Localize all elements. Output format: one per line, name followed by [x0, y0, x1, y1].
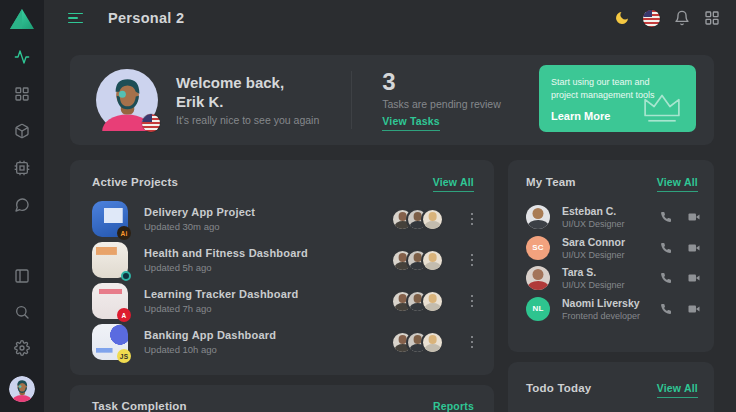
my-team-card: My Team View All Esteban C. UI/UX Design…: [508, 160, 714, 352]
avatar: [421, 290, 444, 313]
view-tasks-link[interactable]: View Tasks: [382, 115, 440, 131]
project-row-learning[interactable]: A Learning Tracker Dashboard Updated 7h …: [92, 283, 478, 319]
dark-mode-moon-icon[interactable]: [613, 10, 630, 27]
call-phone-icon[interactable]: [660, 242, 672, 254]
avatar: [526, 205, 550, 229]
avatar: [421, 249, 444, 272]
todo-today-card: Todo Today View All: [508, 362, 714, 412]
language-flag-icon[interactable]: [643, 10, 660, 27]
team-member-tara[interactable]: Tara S. UI/UX Designer: [526, 266, 700, 290]
pending-tasks-label: Tasks are pending review: [382, 98, 500, 110]
team-member-sara[interactable]: SC Sara Connor UI/UX Designer: [526, 236, 700, 260]
reports-link[interactable]: Reports: [433, 400, 474, 412]
member-role: Frontend developer: [562, 311, 640, 321]
welcome-title-line2: Erik K.: [176, 93, 319, 112]
learn-more-button[interactable]: Learn More: [551, 110, 610, 122]
todo-view-all-link[interactable]: View All: [657, 382, 698, 398]
activity-icon[interactable]: [14, 49, 30, 65]
apps-grid-icon[interactable]: [703, 10, 720, 27]
divider: [351, 71, 352, 129]
sidebar: [0, 0, 44, 412]
sidebar-profile-avatar[interactable]: [9, 376, 35, 402]
member-name: Sara Connor: [562, 236, 625, 248]
member-name: Tara S.: [562, 266, 625, 278]
search-icon[interactable]: [14, 304, 30, 320]
user-country-flag-icon: [142, 114, 160, 132]
menu-toggle-icon[interactable]: [68, 13, 83, 24]
project-row-health[interactable]: Health and Fitness Dashboard Updated 5h …: [92, 242, 478, 278]
project-menu-kebab-icon[interactable]: [466, 210, 478, 229]
project-row-delivery[interactable]: Ai Delivery App Project Updated 30m ago: [92, 201, 478, 237]
project-updated: Updated 30m ago: [144, 221, 255, 232]
todo-today-title: Todo Today: [526, 382, 591, 394]
project-row-banking[interactable]: JS Banking App Dashboard Updated 10h ago: [92, 324, 478, 360]
project-members-avatars: [391, 208, 444, 231]
task-completion-card: Task Completion Reports: [70, 385, 494, 412]
package-box-icon[interactable]: [14, 123, 30, 139]
project-name: Health and Fitness Dashboard: [144, 247, 308, 259]
project-menu-kebab-icon[interactable]: [466, 333, 478, 352]
member-name: Esteban C.: [562, 205, 625, 217]
javascript-badge-icon: JS: [117, 349, 131, 363]
app-badge-icon: [121, 271, 131, 281]
project-menu-kebab-icon[interactable]: [466, 292, 478, 311]
avatar: [421, 208, 444, 231]
dashboard-grid-icon[interactable]: [14, 86, 30, 102]
active-projects-card: Active Projects View All Ai Delivery App…: [70, 160, 494, 375]
video-call-icon[interactable]: [688, 272, 700, 284]
project-updated: Updated 5h ago: [144, 262, 308, 273]
notebook-icon[interactable]: [14, 268, 30, 284]
user-avatar: [96, 69, 158, 131]
video-call-icon[interactable]: [688, 211, 700, 223]
welcome-title-line1: Welcome back,: [176, 74, 319, 93]
avatar-initials: NL: [526, 297, 550, 321]
illustrator-badge-icon: Ai: [117, 226, 131, 240]
video-call-icon[interactable]: [688, 242, 700, 254]
project-thumbnail: [92, 242, 128, 278]
welcome-subtitle: It's really nice to see you again: [176, 114, 319, 126]
notifications-bell-icon[interactable]: [673, 10, 690, 27]
my-team-title: My Team: [526, 176, 576, 188]
promo-card[interactable]: Start using our team and project managem…: [539, 65, 696, 132]
call-phone-icon[interactable]: [660, 211, 672, 223]
active-projects-title: Active Projects: [92, 176, 178, 188]
angular-badge-icon: A: [117, 308, 131, 322]
project-name: Banking App Dashboard: [144, 329, 276, 341]
member-role: UI/UX Designer: [562, 280, 625, 290]
top-header: Personal 2: [44, 0, 736, 36]
workspace-title: Personal 2: [108, 10, 184, 26]
avatar: [526, 266, 550, 290]
chat-bubble-icon[interactable]: [14, 197, 30, 213]
pending-tasks-count: 3: [382, 70, 500, 94]
call-phone-icon[interactable]: [660, 272, 672, 284]
app-logo-icon[interactable]: [9, 7, 35, 31]
welcome-card: Welcome back, Erik K. It's really nice t…: [70, 55, 714, 145]
settings-gear-icon[interactable]: [14, 340, 30, 356]
cpu-chip-icon[interactable]: [14, 160, 30, 176]
project-members-avatars: [391, 331, 444, 354]
video-call-icon[interactable]: [688, 303, 700, 315]
projects-view-all-link[interactable]: View All: [433, 176, 474, 192]
project-updated: Updated 10h ago: [144, 344, 276, 355]
project-thumbnail: A: [92, 283, 128, 319]
avatar: [421, 331, 444, 354]
team-view-all-link[interactable]: View All: [657, 176, 698, 192]
call-phone-icon[interactable]: [660, 303, 672, 315]
member-role: UI/UX Designer: [562, 250, 625, 260]
project-name: Learning Tracker Dashboard: [144, 288, 298, 300]
project-thumbnail: Ai: [92, 201, 128, 237]
project-thumbnail: JS: [92, 324, 128, 360]
project-members-avatars: [391, 290, 444, 313]
project-members-avatars: [391, 249, 444, 272]
avatar-initials: SC: [526, 236, 550, 260]
member-role: UI/UX Designer: [562, 219, 625, 229]
crown-icon: [638, 87, 686, 125]
task-completion-title: Task Completion: [92, 400, 187, 412]
project-menu-kebab-icon[interactable]: [466, 251, 478, 270]
project-name: Delivery App Project: [144, 206, 255, 218]
team-member-esteban[interactable]: Esteban C. UI/UX Designer: [526, 205, 700, 229]
team-member-naomi[interactable]: NL Naomi Liversky Frontend developer: [526, 297, 700, 321]
member-name: Naomi Liversky: [562, 297, 640, 309]
project-updated: Updated 7h ago: [144, 303, 298, 314]
